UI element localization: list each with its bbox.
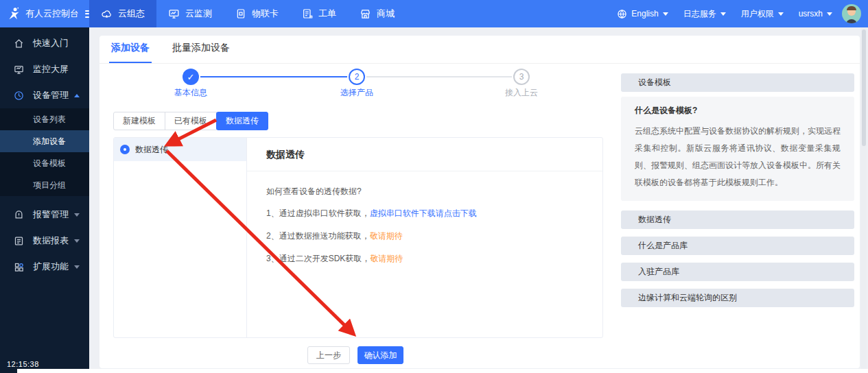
chevron-down-icon bbox=[74, 239, 80, 243]
sidebar-item-label: 快速入门 bbox=[33, 37, 69, 49]
usr-logo-icon bbox=[7, 7, 21, 21]
sidebar-subitem-project-group[interactable]: 项目分组 bbox=[0, 174, 89, 196]
help-section-device-template[interactable]: 设备模板 bbox=[621, 73, 854, 92]
coming-soon-label: 敬请期待 bbox=[370, 254, 403, 263]
username-menu[interactable]: usrsxh bbox=[799, 9, 832, 19]
big-screen-icon bbox=[14, 64, 24, 75]
main-card: 添加设备 批量添加设备 ✓ 2 3 基本信息 选择产品 接入上云 新建模板 已有… bbox=[99, 36, 860, 368]
help-section-join-product-library[interactable]: 入驻产品库 bbox=[621, 263, 854, 281]
topnav-label: 工单 bbox=[318, 8, 336, 20]
sidebar-item-device-management[interactable]: 设备管理 bbox=[0, 82, 89, 108]
scrollbar[interactable] bbox=[861, 27, 867, 373]
topnav-iot-card[interactable]: 物联卡 bbox=[224, 0, 290, 27]
report-icon bbox=[14, 236, 24, 246]
chevron-down-icon bbox=[778, 12, 784, 16]
sidebar-subitem-device-list[interactable]: 设备列表 bbox=[0, 108, 89, 130]
cloud-icon bbox=[101, 8, 113, 20]
chevron-up-icon bbox=[74, 94, 80, 97]
alarm-icon bbox=[14, 210, 24, 220]
coming-soon-label: 敬请期待 bbox=[370, 231, 403, 241]
device-management-submenu: 设备列表 添加设备 设备模板 项目分组 bbox=[0, 108, 89, 196]
step2-circle: 2 bbox=[349, 69, 365, 85]
topnav-label: 商城 bbox=[377, 8, 395, 20]
top-bar: 有人云控制台 云组态 云监测 物联卡 bbox=[0, 0, 868, 27]
option-list: 数据透传 bbox=[114, 138, 247, 337]
step2-label: 选择产品 bbox=[316, 87, 398, 99]
user-permission-label: 用户权限 bbox=[741, 8, 774, 20]
detail-item-2: 2、通过数据推送功能获取，敬请期待 bbox=[266, 229, 583, 243]
detail-question: 如何查看设备的透传数据? bbox=[266, 186, 583, 197]
chevron-down-icon bbox=[74, 265, 80, 269]
sidebar-item-label: 报警管理 bbox=[33, 208, 69, 221]
bottom-edge-strip bbox=[17, 369, 868, 373]
language-label: English bbox=[631, 9, 658, 19]
iot-card-icon bbox=[235, 8, 246, 19]
sidebar-item-extensions[interactable]: 扩展功能 bbox=[0, 254, 89, 280]
home-icon bbox=[14, 38, 24, 49]
scrollbar-thumb[interactable] bbox=[862, 29, 866, 146]
topnav-cloud-monitor[interactable]: 云监测 bbox=[156, 0, 224, 27]
help-section-what-is-product-library[interactable]: 什么是产品库 bbox=[621, 237, 854, 255]
chevron-down-icon bbox=[827, 12, 832, 16]
help-content-device-template: 什么是设备模板? 云组态系统中配置与设备数据协议的解析规则，实现远程采集和控制。… bbox=[621, 97, 854, 201]
language-selector[interactable]: English bbox=[617, 9, 668, 19]
detail-item-1: 1、通过虚拟串口软件获取，虚拟串口软件下载请点击下载 bbox=[266, 206, 583, 220]
help-accordion: 设备模板 什么是设备模板? 云组态系统中配置与设备数据协议的解析规则，实现远程采… bbox=[621, 73, 854, 315]
chevron-down-icon bbox=[74, 213, 80, 217]
option-label: 数据透传 bbox=[135, 144, 168, 156]
page-tabs: 添加设备 批量添加设备 bbox=[99, 36, 860, 64]
detail-title: 数据透传 bbox=[266, 149, 583, 161]
detail-item-3: 3、通过二次开发SDK获取，敬请期待 bbox=[266, 252, 583, 265]
help-section-data-passthrough[interactable]: 数据透传 bbox=[621, 210, 854, 229]
extensions-grid-icon bbox=[14, 262, 24, 272]
tab-batch-add-device[interactable]: 批量添加设备 bbox=[170, 42, 232, 63]
check-icon: ✓ bbox=[187, 72, 195, 82]
sidebar-item-alarm-management[interactable]: 报警管理 bbox=[0, 202, 89, 228]
step2-number: 2 bbox=[355, 72, 360, 82]
sidebar-item-data-report[interactable]: 数据报表 bbox=[0, 228, 89, 254]
user-permission-menu[interactable]: 用户权限 bbox=[741, 8, 784, 20]
chevron-down-icon bbox=[663, 12, 668, 16]
username-label: usrsxh bbox=[799, 9, 823, 19]
step1-circle: ✓ bbox=[183, 69, 199, 85]
topbar-right: English 日志服务 用户权限 usrsxh bbox=[602, 4, 868, 23]
avatar[interactable] bbox=[842, 4, 861, 23]
detail-item-text: 1、通过虚拟串口软件获取， bbox=[266, 208, 370, 218]
help-answer-body: 云组态系统中配置与设备数据协议的解析规则，实现远程采集和控制。新版云服务将通讯协… bbox=[635, 123, 841, 191]
sidebar-item-label: 数据报表 bbox=[33, 234, 69, 247]
sidebar-item-quick-start[interactable]: 快速入门 bbox=[0, 30, 89, 56]
previous-step-button[interactable]: 上一步 bbox=[307, 346, 350, 364]
template-tab-passthrough[interactable]: 数据透传 bbox=[216, 112, 268, 130]
device-gauge-icon bbox=[14, 91, 24, 101]
help-question-title: 什么是设备模板? bbox=[635, 105, 841, 117]
template-type-switch: 新建模板 已有模板 数据透传 bbox=[113, 112, 268, 130]
radio-selected-icon[interactable] bbox=[120, 145, 130, 154]
sidebar-subitem-device-template[interactable]: 设备模板 bbox=[0, 152, 89, 174]
step3-label: 接入上云 bbox=[480, 87, 563, 99]
topnav-work-order[interactable]: 工单 bbox=[290, 0, 348, 27]
option-data-passthrough[interactable]: 数据透传 bbox=[114, 138, 246, 161]
topnav-cloud-scada[interactable]: 云组态 bbox=[89, 0, 156, 27]
log-service-menu[interactable]: 日志服务 bbox=[683, 8, 726, 20]
sidebar-subitem-add-device[interactable]: 添加设备 bbox=[0, 130, 89, 152]
work-order-icon bbox=[302, 8, 313, 19]
clock-timestamp: 12:15:38 bbox=[7, 360, 39, 368]
sidebar-item-monitor-screen[interactable]: 监控大屏 bbox=[0, 56, 89, 82]
topnav-label: 云组态 bbox=[118, 8, 145, 20]
topnav-mall[interactable]: 商城 bbox=[348, 0, 406, 27]
confirm-add-button[interactable]: 确认添加 bbox=[357, 346, 403, 364]
download-link[interactable]: 虚拟串口软件下载请点击下载 bbox=[370, 208, 477, 218]
help-section-edge-vs-cloud-polling[interactable]: 边缘计算和云端轮询的区别 bbox=[621, 289, 854, 307]
topnav-label: 云监测 bbox=[185, 8, 212, 20]
log-service-label: 日志服务 bbox=[683, 8, 716, 20]
step3-circle: 3 bbox=[513, 69, 530, 85]
template-tab-existing[interactable]: 已有模板 bbox=[165, 112, 217, 130]
passthrough-panel: 数据透传 数据透传 如何查看设备的透传数据? 1、通过虚拟串口软件获取，虚拟串口… bbox=[113, 137, 603, 338]
mall-icon bbox=[360, 8, 371, 20]
tab-add-device[interactable]: 添加设备 bbox=[109, 42, 152, 63]
passthrough-detail: 数据透传 如何查看设备的透传数据? 1、通过虚拟串口软件获取，虚拟串口软件下载请… bbox=[247, 138, 602, 337]
app-root: 有人云控制台 云组态 云监测 物联卡 bbox=[0, 0, 868, 373]
template-tab-new[interactable]: 新建模板 bbox=[113, 112, 165, 130]
detail-item-text: 2、通过数据推送功能获取， bbox=[266, 231, 370, 241]
wizard-footer: 上一步 确认添加 bbox=[307, 346, 403, 364]
